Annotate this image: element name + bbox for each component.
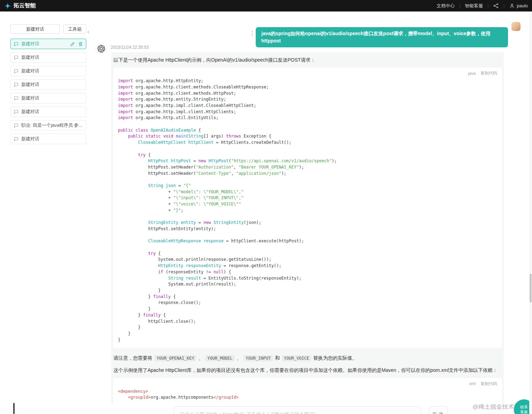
nav-smart-support[interactable]: 智能客服: [465, 3, 483, 9]
message-options-icon[interactable]: ⋮: [249, 31, 255, 37]
new-chat-button[interactable]: 新建对话: [10, 24, 60, 34]
note-text: 替换为您的实际值。: [312, 355, 357, 361]
conversation-label: 新建对话: [21, 95, 83, 101]
brand[interactable]: 拓云智能: [4, 2, 36, 9]
user-avatar[interactable]: [511, 22, 521, 31]
chat-bubble-icon: [14, 41, 19, 47]
code-lang: java: [468, 71, 476, 76]
toolbox-button[interactable]: 工具箱: [63, 24, 86, 34]
conversation-item[interactable]: 新建对话: [10, 93, 86, 103]
topbar-nav: 文档中心 | 智能客服 | | paulo: [437, 3, 528, 9]
sidebar-scrollbar-thumb[interactable]: [13, 403, 15, 414]
conversation-list: 新建对话新建对话新建对话新建对话新建对话新建对话职业: 我是一个java程序员 …: [10, 39, 86, 144]
conversation-item[interactable]: 新建对话: [10, 134, 86, 144]
conversation-label: 新建对话: [21, 109, 83, 115]
separator: |: [503, 3, 505, 8]
scrollbar-thumb[interactable]: [530, 274, 532, 303]
conversation-label: 新建对话: [21, 68, 83, 74]
conversation-label: 新建对话: [21, 136, 83, 142]
inline-code: YOUR_MODEL: [205, 355, 235, 361]
assistant-message: 以下是一个使用Apache HttpClient的示例，向OpenAI的v1/a…: [111, 52, 504, 414]
code-lang: xml: [469, 381, 476, 386]
openai-logo-icon: [97, 45, 105, 53]
conversation-label: 新建对话: [21, 54, 83, 61]
note-text: 、: [197, 355, 205, 361]
message-timestamp: 2023/11/24 22:35:53: [111, 45, 149, 50]
conversation-item[interactable]: 新建对话: [10, 66, 86, 76]
note-text: 、: [235, 355, 243, 361]
sidebar: 新建对话 工具箱 新建对话新建对话新建对话新建对话新建对话新建对话职业: 我是一…: [0, 11, 91, 414]
inline-code: YOUR_VOICE: [282, 355, 311, 361]
topbar: 拓云智能 文档中心 | 智能客服 | | paulo: [0, 0, 532, 11]
dependency-paragraph: 这个示例使用了Apache HttpClient库，如果你的项目还没有包含这个库…: [113, 366, 502, 374]
conversation-item[interactable]: 职业: 我是一个java程序员 参...: [10, 120, 86, 131]
inline-code: YOUR_OPENAI_KEY: [154, 355, 196, 361]
contact-label-line2: 客服: [520, 409, 528, 414]
user-icon: [509, 3, 515, 9]
conversation-item[interactable]: 新建对话: [10, 52, 86, 63]
nodes-icon[interactable]: [493, 3, 499, 9]
code-content: import org.apache.http.HttpEntity;import…: [118, 78, 497, 343]
intro-paragraph: 以下是一个使用Apache HttpClient的示例，向OpenAI的v1/a…: [113, 56, 502, 64]
conversation-item[interactable]: 新建对话: [10, 39, 86, 49]
logo-icon: [4, 2, 11, 9]
username: paulo: [517, 3, 528, 8]
user-message-bubble: java的spring如何给openai的v1/audio/speech接口发送…: [256, 27, 508, 47]
user-menu[interactable]: paulo: [509, 3, 528, 9]
nav-doc-center[interactable]: 文档中心: [437, 3, 455, 9]
send-button[interactable]: 发送: [429, 406, 448, 414]
conversation-label: 新建对话: [21, 41, 68, 47]
chat-bubble-icon: [14, 96, 19, 101]
conversation-label: 职业: 我是一个java程序员 参...: [21, 122, 83, 128]
conversation-label: 新建对话: [21, 81, 83, 88]
assistant-avatar: [95, 43, 107, 54]
conversation-actions: [70, 41, 83, 47]
brand-name: 拓云智能: [14, 2, 36, 9]
code-block-java: java 复制代码 import org.apache.http.HttpEnt…: [113, 68, 502, 348]
copy-code-button[interactable]: 复制代码: [481, 70, 497, 76]
chat-bubble-icon: [14, 109, 19, 115]
note-paragraph: 请注意，您需要将 YOUR_OPENAI_KEY 、 YOUR_MODEL 、 …: [113, 354, 502, 362]
note-text: 和: [273, 355, 281, 361]
code-block-xml: xml 复制代码 <dependency> <groupId>org.apach…: [113, 378, 502, 406]
separator: |: [487, 3, 489, 8]
separator: |: [459, 3, 460, 8]
delete-icon[interactable]: [78, 41, 83, 47]
scrollbar-track[interactable]: [529, 11, 532, 414]
conversation-item[interactable]: 新建对话: [10, 79, 86, 90]
copy-code-button[interactable]: 复制代码: [481, 381, 497, 387]
chat-bubble-icon: [14, 69, 19, 74]
chat-bubble-icon: [14, 82, 19, 87]
edit-icon[interactable]: [70, 41, 75, 47]
chat-bubble-icon: [14, 55, 19, 60]
chat-bubble-icon: [14, 136, 19, 142]
sidebar-collapse-icon[interactable]: ‹: [87, 29, 89, 35]
conversation-item[interactable]: 新建对话: [10, 107, 86, 117]
chat-bubble-icon: [14, 123, 19, 128]
inline-code: YOUR_INPUT: [244, 355, 273, 361]
message-input[interactable]: [174, 406, 421, 414]
contact-label-line1: 联系: [520, 405, 528, 409]
note-text: 请注意，您需要将: [113, 355, 154, 361]
code-content: <dependency> <groupId>org.apache.httpcom…: [118, 389, 497, 401]
